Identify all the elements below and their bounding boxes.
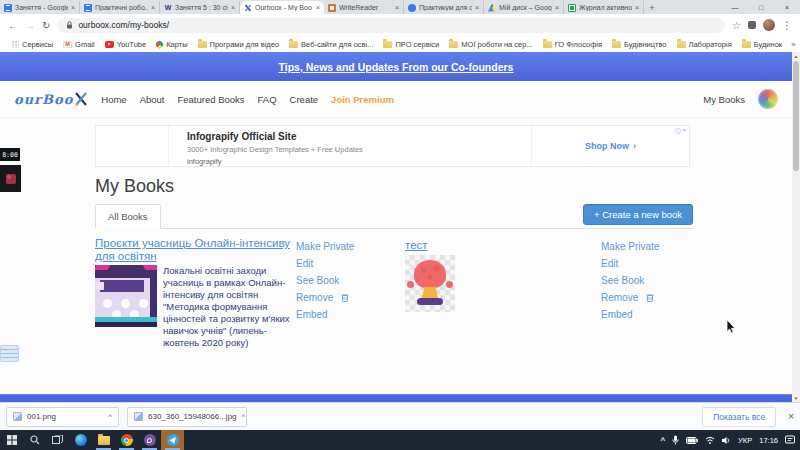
nav-my-books[interactable]: My Books [703, 94, 745, 105]
taskbar-file-explorer[interactable] [92, 430, 115, 450]
scroll-up-arrow[interactable]: ▲ [792, 52, 800, 60]
ad-text[interactable]: Infograpify Official Site 3000+ Infograp… [169, 126, 531, 166]
download-menu-caret[interactable]: ^ [242, 412, 246, 421]
taskbar-edge[interactable] [69, 430, 92, 450]
bookmark-folder-pro[interactable]: ПРО сервіси [380, 40, 442, 49]
book-title-link[interactable]: Проєкти учасниць Онлайн-інтенсиву для ос… [95, 237, 310, 263]
bookmark-folder-building[interactable]: Будівництво [609, 40, 669, 49]
tab-close-icon[interactable]: × [71, 4, 75, 11]
tab-praktychni-roboty[interactable]: Практичні робо... × [80, 1, 160, 14]
bookmark-folder-house[interactable]: Будинок [739, 40, 785, 49]
bookmarks-overflow-icon[interactable]: » [789, 40, 797, 49]
close-download-bar-icon[interactable]: × [788, 411, 794, 422]
make-private-link[interactable]: Make Private [601, 238, 691, 255]
trash-icon[interactable] [646, 293, 654, 302]
vertical-scrollbar[interactable]: ▲ ▼ [792, 52, 800, 402]
tab-all-books[interactable]: All Books [95, 204, 161, 229]
tab-praktykum[interactable]: Практикум для о... × [404, 1, 484, 14]
record-stop-icon[interactable] [6, 174, 16, 184]
bookmark-youtube[interactable]: YouTube [102, 40, 149, 49]
tab-close-icon[interactable]: × [316, 4, 320, 11]
language-indicator[interactable]: УКР [738, 436, 752, 445]
tab-zanyattya-5[interactable]: W Заняття 5 : 30 січ × [160, 1, 240, 14]
tab-close-icon[interactable]: × [395, 4, 399, 11]
ad-info-icon[interactable]: ⓘ [674, 127, 680, 136]
bookmark-folder-websites[interactable]: Веб-сайти для осві... [286, 40, 376, 49]
back-button[interactable]: ← [8, 20, 18, 31]
taskbar-chrome[interactable] [115, 430, 138, 450]
nav-faq[interactable]: FAQ [258, 94, 277, 105]
bookmark-folder-lab[interactable]: Лабораторія [674, 40, 735, 49]
bookmark-folder-philosophy[interactable]: ГО Філософія [540, 40, 605, 49]
trash-icon[interactable] [341, 293, 349, 302]
ad-title[interactable]: Infograpify Official Site [187, 131, 531, 142]
task-view-button[interactable] [46, 430, 69, 450]
make-private-link[interactable]: Make Private [296, 238, 386, 255]
remove-link[interactable]: Remove [296, 289, 386, 306]
wifi-icon[interactable] [705, 436, 715, 444]
url-field[interactable]: ourboox.com/my-books/ [57, 18, 725, 33]
notification-center-icon[interactable] [785, 435, 795, 445]
tab-close-icon[interactable]: × [151, 4, 155, 11]
show-all-downloads-button[interactable]: Показать все [702, 407, 776, 427]
ourboox-logo[interactable]: ourBoo [14, 91, 88, 107]
extension-icon[interactable] [748, 21, 756, 29]
taskbar-search-button[interactable] [23, 430, 46, 450]
ad-close-icon[interactable]: × [682, 127, 686, 136]
create-new-book-button[interactable]: + Create a new book [583, 204, 693, 225]
start-button[interactable] [0, 430, 23, 450]
battery-icon[interactable] [686, 437, 698, 444]
embed-link[interactable]: Embed [296, 306, 386, 323]
profile-avatar[interactable] [763, 19, 775, 31]
speaker-icon[interactable] [722, 436, 731, 445]
hidden-icons-caret[interactable]: ^ [660, 436, 665, 445]
tab-close-icon[interactable]: × [231, 4, 235, 11]
download-menu-caret[interactable]: ^ [108, 412, 112, 421]
nav-home[interactable]: Home [101, 94, 126, 105]
tab-zhurnal[interactable]: Журнал активно... × [564, 1, 644, 14]
embed-link[interactable]: Embed [601, 306, 691, 323]
browser-menu-icon[interactable]: ⋮ [782, 20, 792, 31]
tab-close-icon[interactable]: × [635, 4, 639, 11]
bookmark-gmail[interactable]: MGmail [60, 40, 98, 49]
nav-create[interactable]: Create [290, 94, 319, 105]
microphone-icon[interactable] [672, 435, 679, 445]
book-thumbnail[interactable] [405, 255, 455, 312]
edit-link[interactable]: Edit [601, 255, 691, 272]
tab-ourboox-active[interactable]: Ourboox - My Boo × [240, 1, 324, 14]
banner-link[interactable]: Tips, News and Updates From our Co-found… [279, 61, 514, 73]
nav-featured-books[interactable]: Featured Books [177, 94, 244, 105]
bookmark-folder-works[interactable]: МОЇ роботи на сер... [446, 40, 535, 49]
book-title-link[interactable]: тест [405, 239, 525, 252]
scrollbar-thumb[interactable] [793, 61, 799, 171]
taskbar-viber[interactable] [138, 430, 161, 450]
scroll-down-arrow[interactable]: ▼ [792, 394, 800, 402]
bookmark-maps[interactable]: Карты [153, 40, 190, 49]
forward-button[interactable]: → [25, 20, 35, 31]
tab-writereader[interactable]: WriteReader × [324, 1, 404, 14]
user-avatar[interactable] [758, 89, 778, 109]
download-item[interactable]: 630_360_15948066...jpg ^ [127, 407, 247, 427]
book-thumbnail[interactable] [95, 265, 157, 327]
remove-link[interactable]: Remove [601, 289, 691, 306]
ad-shop-now-button[interactable]: Shop Now › [531, 126, 689, 166]
clock[interactable]: 17:16 [759, 436, 778, 445]
close-window-button[interactable]: × [774, 0, 800, 14]
nav-join-premium[interactable]: Join Premium [331, 94, 394, 105]
screen-recorder-panel[interactable] [0, 165, 21, 192]
maximize-button[interactable]: □ [748, 0, 774, 14]
bookmark-services[interactable]: Сервисы [8, 40, 56, 49]
taskbar-telegram-active[interactable] [161, 430, 184, 450]
see-book-link[interactable]: See Book [296, 272, 386, 289]
new-tab-button[interactable]: + [644, 1, 660, 14]
bookmark-folder-video[interactable]: Програми для відео [195, 40, 283, 49]
minimize-button[interactable]: — [722, 0, 748, 14]
see-book-link[interactable]: See Book [601, 272, 691, 289]
refresh-button[interactable]: ↻ [42, 20, 50, 31]
tab-close-icon[interactable]: × [555, 4, 559, 11]
tab-close-icon[interactable]: × [475, 4, 479, 11]
tab-google-drive[interactable]: Мій диск – Googl... × [484, 1, 564, 14]
download-item[interactable]: 001.png ^ [6, 407, 119, 427]
tab-zanyattya-google[interactable]: Заняття - Google × [0, 1, 80, 14]
bookmark-star-icon[interactable]: ☆ [732, 20, 741, 31]
